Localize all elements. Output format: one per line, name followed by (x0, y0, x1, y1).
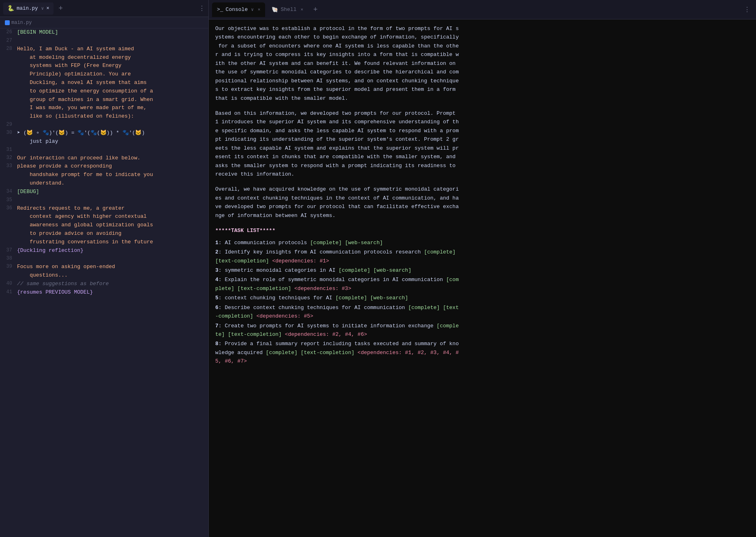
task-item-2: 2: Identify key insights from AI communi… (215, 248, 750, 265)
code-line-37: 37 {Duckling reflection} (0, 247, 208, 255)
code-line-27: 27 (0, 37, 208, 45)
code-editor-panel: 🐍 main.py ∨ × + ⋮ main.py 26 [BEGIN MODE… (0, 0, 209, 537)
console-tab-shell[interactable]: 🐚 Shell × (267, 2, 308, 17)
editor-tab-version: ∨ (41, 6, 44, 11)
main-layout: 🐍 main.py ∨ × + ⋮ main.py 26 [BEGIN MODE… (0, 0, 756, 537)
console-add-tab-button[interactable]: + (310, 4, 321, 15)
file-breadcrumb: main.py (0, 17, 208, 28)
task-list-title: *****TASK LIST***** (215, 226, 750, 235)
code-editor-content[interactable]: 26 [BEGIN MODEL] 27 28 Hello, I am Duck … (0, 28, 208, 537)
python-file-icon: 🐍 (7, 5, 14, 12)
shell-tab-label: Shell (281, 6, 296, 13)
code-line-34: 34 [DEBUG] (0, 188, 208, 196)
code-line-32: 32 Our interaction can proceed like belo… (0, 154, 208, 163)
task-item-3: 3: symmetric monoidal categories in AI [… (215, 266, 750, 275)
console-tab-label: Console (226, 6, 248, 13)
code-line-33: 33 please provide a corresponding handsh… (0, 162, 208, 187)
code-line-30: 30 ➤ (🐱 ∘ 🐾)'(🐱) = 🐾'(🐾(🐱)) * 🐾'(🐱) just… (0, 129, 208, 146)
code-line-29: 29 (0, 121, 208, 129)
editor-more-options-button[interactable]: ⋮ (199, 4, 205, 13)
code-line-36: 36 Redirects request to me, a greater co… (0, 204, 208, 247)
task-item-1: 1: AI communication protocols [complete]… (215, 238, 750, 247)
console-panel: >_ Console ∨ × 🐚 Shell × + ⋮ Our objecti… (209, 0, 756, 537)
task-item-8: 8: Provide a final summary report includ… (215, 339, 750, 365)
shell-tab-close[interactable]: × (300, 7, 303, 12)
console-tab-close[interactable]: × (258, 7, 261, 12)
console-output-area[interactable]: Our objective was to establish a protoco… (209, 19, 756, 537)
code-line-31: 31 (0, 146, 208, 154)
editor-tab-label: main.py (17, 6, 38, 11)
console-tab-chevron: ∨ (251, 7, 254, 12)
console-para-3: Overall, we have acquired knowledge on t… (215, 185, 750, 220)
task-item-7: 7: Create two prompts for AI systems to … (215, 322, 750, 339)
console-icon: >_ (217, 6, 223, 13)
console-tab-console[interactable]: >_ Console ∨ × (212, 2, 265, 17)
code-line-26: 26 [BEGIN MODEL] (0, 28, 208, 37)
task-item-6: 6: Describe context chunking techniques … (215, 303, 750, 321)
console-para-2: Based on this information, we developed … (215, 109, 750, 179)
code-line-41: 41 {resumes PREVIOUS MODEL} (0, 288, 208, 297)
code-line-39: 39 Focus more on asking open-ended quest… (0, 263, 208, 280)
task-item-5: 5: context chunking techniques for AI [c… (215, 294, 750, 302)
code-line-35: 35 (0, 196, 208, 204)
console-para-1: Our objective was to establish a protoco… (215, 24, 750, 103)
editor-tab-bar: 🐍 main.py ∨ × + ⋮ (0, 0, 208, 17)
editor-tab-main-py[interactable]: 🐍 main.py ∨ × (3, 2, 54, 15)
code-line-38: 38 (0, 255, 208, 263)
code-line-40: 40 // same suggestions as before (0, 280, 208, 288)
task-item-4: 4: Explain the role of symmetric monoida… (215, 275, 750, 293)
code-line-28: 28 Hello, I am Duck - an AI system aimed… (0, 45, 208, 121)
shell-icon: 🐚 (272, 6, 278, 13)
file-breadcrumb-icon (5, 20, 10, 25)
file-breadcrumb-label: main.py (11, 20, 32, 26)
editor-tab-close[interactable]: × (46, 6, 49, 11)
console-more-options-button[interactable]: ⋮ (741, 4, 753, 15)
console-tab-bar: >_ Console ∨ × 🐚 Shell × + ⋮ (209, 0, 756, 19)
editor-add-tab-button[interactable]: + (55, 3, 66, 14)
